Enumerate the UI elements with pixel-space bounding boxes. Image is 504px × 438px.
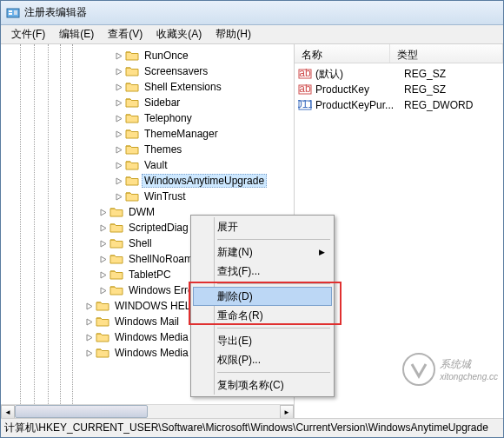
tree-item-label: Vault [142,158,169,172]
expander-icon[interactable] [98,223,108,233]
folder-icon [109,269,123,281]
folder-icon [109,206,123,218]
ctx-rename[interactable]: 重命名(R) [193,306,332,325]
menu-separator [217,328,330,328]
tree-hscrollbar[interactable]: ◄ ► [1,404,294,418]
folder-icon [125,112,139,124]
value-name: (默认) [315,67,404,82]
app-icon [6,6,20,20]
folder-icon [96,331,109,343]
value-name: ProductKey [315,83,404,96]
window-title: 注册表编辑器 [24,5,87,20]
list-body: ab(默认)REG_SZabProductKeyREG_SZ011Product… [295,63,503,116]
ctx-export[interactable]: 导出(E) [193,331,332,350]
expander-icon[interactable] [114,83,123,92]
expander-icon[interactable] [84,348,94,358]
tree-item[interactable]: Telephony [1,110,294,126]
tree-item-label: DWM [126,205,157,219]
folder-icon [125,128,139,140]
folder-icon [109,253,123,265]
tree-item[interactable]: ThemeManager [1,126,294,142]
status-path: 计算机\HKEY_CURRENT_USER\Software\Microsoft… [4,421,488,435]
expander-icon[interactable] [114,114,123,123]
watermark: 系统城 xitongcheng.cc [401,352,498,387]
menu-view[interactable]: 查看(V) [101,24,149,44]
tree-item[interactable]: Vault [1,157,294,173]
ctx-new[interactable]: 新建(N)▶ [193,242,332,262]
column-name[interactable]: 名称 [295,44,390,63]
tree-item-label: Screensavers [142,64,210,78]
tree-item[interactable]: Themes [1,142,294,157]
expander-icon[interactable] [84,302,94,311]
list-header: 名称 类型 [295,44,503,63]
folder-icon [125,81,139,93]
list-item[interactable]: abProductKeyREG_SZ [295,82,503,97]
expander-icon[interactable] [114,67,123,76]
expander-icon[interactable] [114,98,123,108]
expander-icon[interactable] [114,161,123,170]
tree-item[interactable]: Screensavers [1,63,294,79]
tree-item-label: WINDOWS HELP [112,299,200,313]
tree-item-label: ShellNoRoam [126,252,196,266]
list-item[interactable]: ab(默认)REG_SZ [295,66,503,82]
svg-rect-3 [14,10,17,15]
expander-icon[interactable] [98,208,108,217]
expander-icon[interactable] [114,145,123,155]
svg-text:011: 011 [298,98,312,110]
scroll-left-button[interactable]: ◄ [1,405,15,418]
ctx-permissions[interactable]: 权限(P)... [193,350,332,369]
ctx-expand[interactable]: 展开 [193,217,332,236]
menu-help[interactable]: 帮助(H) [209,24,258,44]
ctx-copykey[interactable]: 复制项名称(C) [193,375,332,395]
scroll-track[interactable] [15,405,280,418]
value-type: REG_SZ [404,83,500,96]
tree-item[interactable]: Sidebar [1,95,294,110]
svg-rect-1 [9,10,12,12]
expander-icon[interactable] [98,255,108,264]
expander-icon[interactable] [114,176,123,186]
column-type[interactable]: 类型 [390,44,503,63]
expander-icon[interactable] [84,317,94,327]
tree-item-label: WinTrust [142,189,189,203]
expander-icon[interactable] [114,192,123,202]
expander-icon[interactable] [98,239,108,249]
expander-icon[interactable] [84,333,94,342]
watermark-text: 系统城 [440,358,471,370]
expander-icon[interactable] [98,270,108,280]
menu-separator [217,239,330,240]
tree-item-label: Shell [126,236,155,250]
menu-edit[interactable]: 编辑(E) [52,24,101,44]
expander-icon[interactable] [114,51,123,61]
menu-separator [217,372,330,373]
value-type-icon: ab [298,67,312,81]
tree-item-label: Windows Mail [112,315,182,328]
folder-icon [96,300,109,312]
expander-icon[interactable] [98,286,108,295]
tree-item-label: Telephony [142,111,195,125]
folder-icon [125,175,139,187]
statusbar: 计算机\HKEY_CURRENT_USER\Software\Microsoft… [1,418,503,437]
scroll-thumb[interactable] [15,405,148,418]
value-type: REG_SZ [404,68,500,80]
tree-item-label: ScriptedDiag [126,221,191,235]
tree-item-label: ThemeManager [142,127,221,141]
ctx-find[interactable]: 查找(F)... [193,262,332,281]
svg-point-10 [403,354,434,385]
menu-file[interactable]: 文件(F) [4,24,52,44]
watermark-logo-icon [401,352,436,387]
tree-item-label: Sidebar [142,96,182,110]
menu-separator [217,283,330,284]
folder-icon [125,190,139,202]
tree-item[interactable]: WindowsAnytimeUpgrade [1,173,294,189]
menu-favorites[interactable]: 收藏夹(A) [149,24,209,44]
tree-item[interactable]: RunOnce [1,48,294,63]
context-menu: 展开 新建(N)▶ 查找(F)... 删除(D) 重命名(R) 导出(E) 权限… [190,215,335,397]
tree-item[interactable]: WinTrust [1,189,294,204]
expander-icon[interactable] [114,129,123,139]
list-item[interactable]: 011ProductKeyPur...REG_DWORD [295,97,503,113]
ctx-delete[interactable]: 删除(D) [193,287,332,306]
scroll-right-button[interactable]: ► [280,405,294,418]
titlebar[interactable]: 注册表编辑器 [1,1,503,25]
tree-item[interactable]: Shell Extensions [1,79,294,95]
tree-item-label: Themes [142,143,184,156]
